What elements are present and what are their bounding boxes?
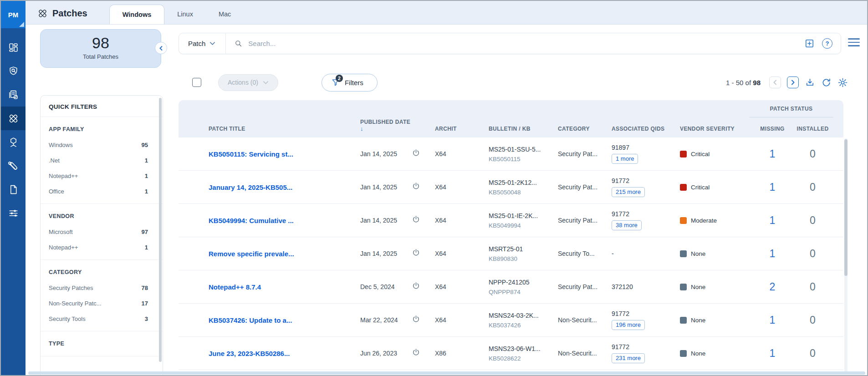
missing-count-link[interactable]: 1 — [754, 181, 791, 193]
published-date-cell: Dec 5, 2024 — [360, 283, 411, 290]
missing-count-link[interactable]: 2 — [754, 281, 791, 293]
search-scope-dropdown[interactable]: Patch — [179, 33, 225, 54]
qid-more-chip[interactable]: 215 more — [612, 187, 645, 197]
header-category[interactable]: CATEGORY — [558, 126, 612, 132]
refresh-icon[interactable] — [821, 77, 832, 88]
horizontal-scrollbar[interactable] — [28, 371, 865, 375]
missing-count-link[interactable]: 1 — [754, 347, 791, 360]
table-scrollbar-thumb[interactable] — [844, 139, 848, 276]
header-published-date[interactable]: PUBLISHED DATE — [360, 119, 411, 132]
header-architecture[interactable]: ARCHIT — [435, 126, 489, 132]
associated-qids-cell: 91772 231 more — [612, 343, 680, 363]
quick-filter-item-count: 1 — [145, 188, 154, 195]
sidebar-item-patches[interactable] — [1, 107, 26, 130]
prev-page-button[interactable] — [769, 76, 781, 88]
patch-title-link[interactable]: KB5037426: Update to a... — [209, 316, 360, 324]
table-row[interactable]: KB5050115: Servicing st... Jan 14, 2025 … — [179, 137, 843, 171]
patch-title-link[interactable]: June 23, 2023-KB50286... — [209, 350, 360, 357]
patch-title-link[interactable]: Notepad++ 8.7.4 — [209, 283, 360, 291]
header-patch-title[interactable]: PATCH TITLE — [209, 126, 360, 132]
kb-id[interactable]: KB5049994 — [489, 222, 558, 229]
table-row[interactable]: KB5037426: Update to a... Mar 22, 2024 X… — [179, 304, 843, 337]
quick-filter-item-count: 97 — [142, 229, 154, 235]
filters-button[interactable]: 2 Filters — [322, 74, 378, 91]
quick-filter-item[interactable]: Non-Security Patc... 17 — [49, 295, 154, 311]
patch-title-link[interactable]: KB5049994: Cumulative ... — [209, 217, 360, 224]
bulletin-kb-cell: MS25-01-SSU-5... KB5050115 — [489, 146, 558, 163]
sidebar-item-documents[interactable] — [1, 178, 26, 201]
qid-more-chip[interactable]: 196 more — [612, 320, 645, 330]
quick-filter-item[interactable]: Notepad++ 1 — [49, 168, 154, 183]
kb-id[interactable]: KB5050048 — [489, 189, 558, 196]
severity-color-swatch — [680, 317, 687, 324]
sidebar-item-assets[interactable] — [1, 130, 26, 154]
vendor-severity-cell: None — [680, 284, 754, 290]
page-title-text: Patches — [52, 8, 87, 19]
header-installed[interactable]: INSTALLED — [791, 126, 834, 132]
table-scrollbar[interactable] — [844, 138, 848, 372]
quick-filters-panel: QUICK FILTERS APP FAMILY Windows 95 .Net… — [40, 95, 163, 376]
sidebar-item-vulnerability[interactable] — [1, 59, 26, 83]
quick-filter-item[interactable]: Security Tools 3 — [49, 311, 154, 326]
tab-mac[interactable]: Mac — [206, 5, 244, 24]
quick-filter-item[interactable]: .Net 1 — [49, 152, 154, 168]
platform-tabs: Windows Linux Mac — [109, 5, 244, 24]
severity-color-swatch — [680, 250, 687, 257]
collapse-panel-button[interactable] — [155, 42, 167, 54]
help-icon[interactable] — [822, 38, 832, 49]
sidebar-item-configuration[interactable] — [1, 201, 26, 225]
sidebar-item-dashboard[interactable] — [1, 36, 26, 59]
actions-button[interactable]: Actions (0) — [218, 74, 278, 91]
header-associated-qids[interactable]: ASSOCIATED QIDS — [612, 126, 680, 132]
kb-id[interactable]: QNPPP874 — [489, 289, 558, 295]
qid-more-chip[interactable]: 1 more — [612, 154, 638, 164]
qid-value: 372120 — [612, 283, 680, 290]
qid-more-chip[interactable]: 38 more — [612, 220, 642, 230]
app-logo[interactable]: PM — [1, 1, 26, 28]
tab-windows[interactable]: Windows — [109, 5, 165, 24]
kb-id[interactable]: KB5028622 — [489, 355, 558, 362]
kb-id[interactable]: KB5037426 — [489, 322, 558, 329]
next-page-button[interactable] — [787, 76, 799, 88]
add-query-icon[interactable] — [804, 38, 815, 49]
missing-count-link[interactable]: 1 — [754, 314, 791, 326]
sidebar-item-reports[interactable] — [1, 83, 26, 107]
table-row[interactable]: Remove specific prevale... Jan 14, 2025 … — [179, 237, 843, 270]
search-input[interactable] — [248, 40, 804, 47]
quick-filter-item[interactable]: Office 1 — [49, 183, 154, 199]
quick-filters-scrollbar[interactable] — [159, 98, 162, 362]
header-missing[interactable]: MISSING — [754, 126, 791, 132]
chevron-down-icon — [209, 41, 215, 46]
patch-title-link[interactable]: January 14, 2025-KB505... — [209, 183, 360, 191]
quick-filter-item[interactable]: Security Patches 78 — [49, 280, 154, 295]
table-row[interactable]: Notepad++ 8.7.4 Dec 5, 2024 X64 NPPP-241… — [179, 270, 843, 304]
quick-filter-item[interactable]: Notepad++ 1 — [49, 239, 154, 255]
table-row[interactable]: KB5049994: Cumulative ... Jan 14, 2025 X… — [179, 204, 843, 237]
severity-label: None — [691, 317, 705, 324]
architecture-cell: X64 — [435, 250, 489, 257]
kb-id[interactable]: KB890830 — [489, 255, 558, 262]
quick-filter-item[interactable]: Windows 95 — [49, 137, 154, 152]
header-bulletin-kb[interactable]: BULLETIN / KB — [489, 126, 558, 132]
bulletin-id: MSRT25-01 — [489, 245, 558, 253]
missing-count-link[interactable]: 1 — [754, 148, 791, 160]
kb-id[interactable]: KB5050115 — [489, 156, 558, 163]
category-cell: Security To... — [558, 250, 612, 257]
header-vendor-severity[interactable]: VENDOR SEVERITY — [680, 126, 754, 132]
settings-gear-icon[interactable] — [837, 77, 848, 88]
select-all-checkbox[interactable] — [192, 78, 201, 87]
table-row[interactable]: June 23, 2023-KB50286... Jun 26, 2023 X8… — [179, 337, 843, 370]
tab-linux[interactable]: Linux — [164, 5, 206, 24]
patch-title-link[interactable]: Remove specific prevale... — [209, 250, 360, 258]
qid-more-chip[interactable]: 231 more — [612, 353, 645, 363]
menu-icon[interactable] — [848, 38, 860, 46]
quick-filters-title: QUICK FILTERS — [41, 96, 163, 117]
sidebar-item-remediation[interactable] — [1, 154, 26, 178]
quick-filter-items: Security Patches 78 Non-Security Patc...… — [49, 280, 154, 326]
download-icon[interactable] — [805, 77, 815, 88]
missing-count-link[interactable]: 1 — [754, 214, 791, 227]
table-row[interactable]: January 14, 2025-KB505... Jan 14, 2025 X… — [179, 171, 843, 204]
quick-filter-item[interactable]: Microsoft 97 — [49, 224, 154, 239]
patch-title-link[interactable]: KB5050115: Servicing st... — [209, 150, 360, 158]
missing-count-link[interactable]: 1 — [754, 248, 791, 260]
